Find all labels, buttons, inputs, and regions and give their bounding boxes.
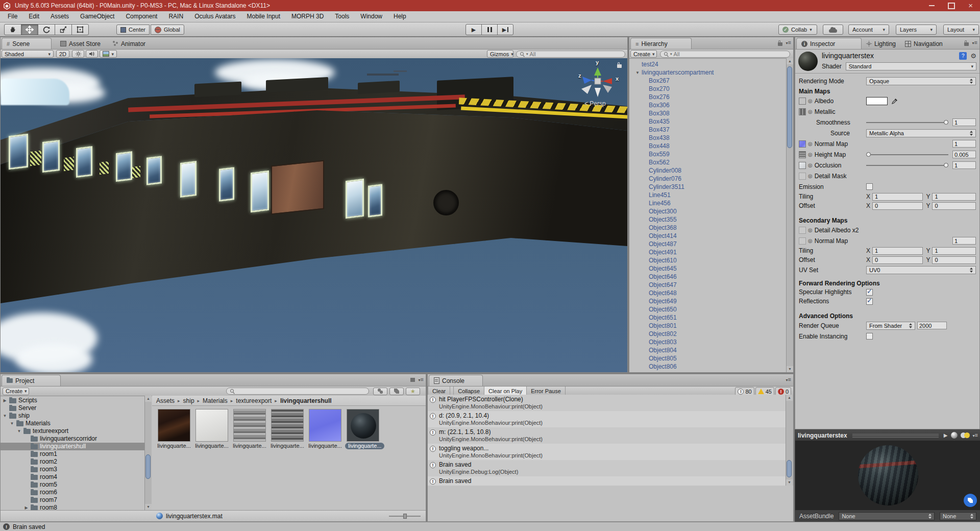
maximize-icon[interactable]: [948, 3, 955, 9]
detail-mask-thumbnail[interactable]: [799, 173, 806, 180]
axis-y-label[interactable]: y: [596, 59, 599, 65]
hierarchy-item[interactable]: Cylinder3511: [629, 183, 786, 191]
hierarchy-item[interactable]: Box438: [629, 134, 786, 142]
expand-arrow-icon[interactable]: ▼: [635, 69, 640, 77]
hierarchy-item[interactable]: Box270: [629, 85, 786, 93]
tab-project[interactable]: Project: [2, 375, 61, 386]
project-folder-item[interactable]: room7: [1, 496, 144, 504]
lock-icon[interactable]: [964, 42, 969, 46]
lock-icon[interactable]: [778, 42, 782, 46]
tab-inspector[interactable]: i Inspector: [796, 38, 862, 49]
breadcrumb-item[interactable]: ship: [183, 397, 194, 404]
asset-item[interactable]: livingquarte...: [156, 409, 192, 449]
axis-x-label[interactable]: x: [616, 76, 619, 82]
menu-rain[interactable]: RAIN: [163, 11, 189, 22]
albedo-thumbnail[interactable]: [799, 98, 806, 105]
preview-sphere-button[interactable]: [951, 432, 958, 439]
tiling-y-field[interactable]: 1: [932, 193, 976, 201]
project-folder-item[interactable]: room3: [1, 466, 144, 473]
breadcrumb-item[interactable]: Materials: [203, 397, 228, 404]
preview-menu-icon[interactable]: ▾≡: [973, 432, 978, 439]
offset-x-field[interactable]: 0: [872, 202, 923, 210]
account-dropdown[interactable]: Account ▾: [848, 25, 889, 35]
hierarchy-item[interactable]: Object803: [629, 338, 786, 346]
uv-set-dropdown[interactable]: UV0: [866, 266, 976, 274]
menu-oculus-avatars[interactable]: Oculus Avatars: [189, 11, 241, 22]
hierarchy-item[interactable]: Box306: [629, 101, 786, 109]
menu-component[interactable]: Component: [120, 11, 163, 22]
hierarchy-item[interactable]: Box267: [629, 77, 786, 85]
hierarchy-item[interactable]: test24: [629, 60, 786, 68]
project-folder-item[interactable]: livingquartershull: [1, 443, 144, 450]
play-button[interactable]: ▶: [465, 24, 482, 35]
detail-albedo-thumbnail[interactable]: [799, 227, 806, 234]
console-log-row[interactable]: !m: (22.1, 1.5, 10.8)UnityEngine.MonoBeh…: [428, 427, 786, 444]
hierarchy-item[interactable]: Box562: [629, 158, 786, 166]
scene-fx-dropdown[interactable]: ▾: [100, 50, 117, 58]
hierarchy-scrollbar[interactable]: ▲ ▼: [786, 58, 793, 372]
hand-tool-button[interactable]: [4, 24, 21, 35]
shader-dropdown[interactable]: Standard ▾: [846, 62, 976, 70]
console-collapse-button[interactable]: Collapse: [453, 387, 484, 395]
tab-asset-store[interactable]: Asset Store: [56, 38, 105, 49]
hierarchy-item[interactable]: Object648: [629, 289, 786, 297]
asset-item[interactable]: livingquarte...: [232, 409, 267, 449]
console-error-pause-button[interactable]: Error Pause: [527, 387, 566, 395]
project-folder-item[interactable]: Server: [1, 404, 144, 412]
project-tree-scrollbar[interactable]: ▲ ▼: [144, 396, 152, 510]
breadcrumb-item[interactable]: textureexport: [236, 397, 272, 404]
project-folder-item[interactable]: room6: [1, 489, 144, 496]
console-log-row[interactable]: !hit PlayerFPSController(Clone)UnityEngi…: [428, 395, 786, 411]
offset-y-field[interactable]: 0: [932, 202, 976, 210]
tab-hierarchy[interactable]: ≡ Hierarchy: [630, 38, 692, 49]
panel-menu-icon[interactable]: ▾≡: [786, 40, 791, 46]
gizmos-dropdown[interactable]: Gizmos ▾: [487, 50, 513, 58]
assetbundle-dropdown[interactable]: None: [839, 512, 935, 520]
normal-map-value[interactable]: 1: [952, 140, 976, 148]
menu-morph-3d[interactable]: MORPH 3D: [286, 11, 329, 22]
scene-viewport[interactable]: y x z < Persp: [1, 58, 627, 372]
panel-menu-icon[interactable]: ▾≡: [786, 377, 791, 383]
project-folder-item[interactable]: ▶Scripts: [1, 397, 144, 404]
target-icon[interactable]: ◎: [808, 98, 813, 104]
favorites-button[interactable]: ★: [406, 388, 420, 395]
tree-arrow-icon[interactable]: ▶: [24, 504, 29, 510]
scene-lighting-button[interactable]: [72, 50, 84, 58]
eyedropper-icon[interactable]: [892, 98, 898, 104]
tiling2-x-field[interactable]: 1: [872, 247, 923, 255]
smoothness-slider[interactable]: [866, 119, 948, 126]
project-folder-item[interactable]: room4: [1, 473, 144, 481]
asset-item[interactable]: livingquarte...: [270, 409, 305, 449]
hierarchy-item[interactable]: Object802: [629, 330, 786, 338]
offset2-y-field[interactable]: 0: [932, 256, 976, 264]
tab-animator[interactable]: Animator: [108, 38, 150, 49]
preview-light-toggle[interactable]: [961, 432, 970, 439]
occlusion-slider[interactable]: [866, 162, 948, 168]
cloud-button[interactable]: [823, 25, 843, 35]
tiling-x-field[interactable]: 1: [872, 193, 923, 201]
secondary-normal-value[interactable]: 1: [952, 237, 976, 245]
hierarchy-item[interactable]: Cylinder076: [629, 175, 786, 183]
hierarchy-item[interactable]: Box276: [629, 93, 786, 101]
height-map-thumbnail[interactable]: [799, 151, 806, 158]
breadcrumb-item[interactable]: livingquartershull: [280, 397, 332, 404]
hierarchy-item[interactable]: Object805: [629, 354, 786, 363]
console-scrollbar[interactable]: ▲ ▼: [786, 395, 793, 486]
offset2-x-field[interactable]: 0: [872, 256, 923, 264]
preview-play-button[interactable]: ▶: [944, 432, 948, 438]
orientation-gizmo[interactable]: [576, 61, 619, 104]
search-by-label-button[interactable]: [389, 388, 404, 395]
rotate-tool-button[interactable]: [38, 24, 55, 35]
menu-file[interactable]: File: [2, 11, 23, 22]
panel-menu-icon[interactable]: ▾≡: [972, 40, 977, 46]
hierarchy-item[interactable]: Object610: [629, 256, 786, 264]
hierarchy-item[interactable]: Line451: [629, 191, 786, 199]
step-button[interactable]: ▶: [497, 24, 513, 35]
console-log-row[interactable]: !d: (20.9, 2.1, 10.4)UnityEngine.MonoBeh…: [428, 411, 786, 427]
menu-mobile-input[interactable]: Mobile Input: [241, 11, 286, 22]
panel-menu-icon[interactable]: ▾≡: [419, 377, 424, 383]
hierarchy-item[interactable]: Line456: [629, 199, 786, 207]
project-folder-item[interactable]: livingquarterscorridor: [1, 435, 144, 443]
2d-toggle-button[interactable]: 2D: [56, 50, 69, 58]
hierarchy-create-button[interactable]: Create ▾: [630, 50, 657, 58]
